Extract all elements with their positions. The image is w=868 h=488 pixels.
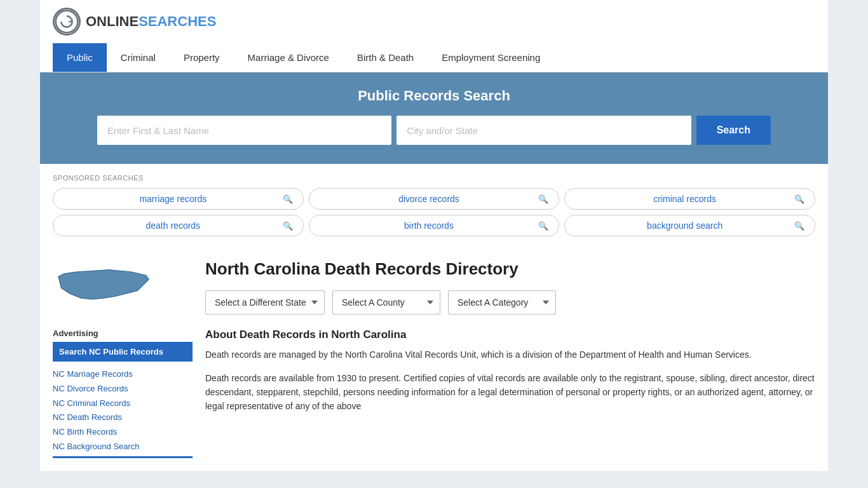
about-title: About Death Records in North Carolina [205, 329, 815, 341]
sidebar-link-marriage[interactable]: NC Marriage Records [53, 368, 193, 381]
header: ONLINESEARCHES [40, 0, 828, 43]
nc-map-svg [53, 259, 154, 316]
nav-item-birth-death[interactable]: Birth & Death [343, 43, 428, 72]
sponsored-link-marriage[interactable]: marriage records [64, 194, 283, 204]
svg-point-0 [56, 11, 78, 33]
search-icon-1: 🔍 [538, 194, 548, 204]
category-dropdown[interactable]: Select A Category [448, 290, 556, 315]
main-content: North Carolina Death Records Directory S… [205, 259, 815, 458]
search-icon-2: 🔍 [794, 194, 804, 204]
location-input[interactable] [397, 116, 691, 145]
state-dropdown[interactable]: Select a Different State [205, 290, 325, 315]
sidebar-link-background[interactable]: NC Background Search [53, 440, 193, 454]
sidebar-link-death[interactable]: NC Death Records [53, 411, 193, 424]
search-bar: Search [97, 116, 771, 145]
about-text-2: Death records are available from 1930 to… [205, 371, 815, 414]
sponsored-item-birth[interactable]: birth records 🔍 [309, 215, 560, 236]
nav-item-property[interactable]: Property [170, 43, 234, 72]
sponsored-label: SPONSORED SEARCHES [53, 174, 815, 182]
dropdowns: Select a Different State Select A County… [205, 290, 815, 315]
main-nav: Public Criminal Property Marriage & Divo… [40, 43, 828, 72]
ad-box-button[interactable]: Search NC Public Records [53, 342, 193, 362]
search-button[interactable]: Search [696, 116, 771, 145]
sponsored-link-criminal[interactable]: criminal records [575, 194, 794, 204]
sidebar-divider [53, 456, 193, 458]
search-icon-0: 🔍 [283, 194, 293, 204]
nav-item-public[interactable]: Public [53, 43, 107, 72]
state-map [53, 259, 193, 318]
sponsored-item-marriage[interactable]: marriage records 🔍 [53, 188, 304, 210]
hero-section: Public Records Search Search [40, 72, 828, 164]
sponsored-section: SPONSORED SEARCHES marriage records 🔍 di… [40, 164, 828, 247]
logo[interactable]: ONLINESEARCHES [53, 8, 216, 36]
logo-text: ONLINESEARCHES [86, 13, 216, 30]
content-area: Advertising Search NC Public Records NC … [40, 247, 828, 471]
sponsored-link-death[interactable]: death records [64, 220, 283, 231]
nav-item-employment[interactable]: Employment Screening [428, 43, 554, 72]
search-icon-4: 🔍 [538, 221, 548, 231]
nav-item-criminal[interactable]: Criminal [107, 43, 170, 72]
sponsored-link-divorce[interactable]: divorce records [320, 194, 539, 204]
sidebar-link-divorce[interactable]: NC Divorce Records [53, 383, 193, 396]
sidebar-link-criminal[interactable]: NC Criminal Records [53, 397, 193, 410]
sponsored-link-background[interactable]: background search [575, 220, 794, 231]
county-dropdown[interactable]: Select A County [332, 290, 440, 315]
sidebar-link-birth[interactable]: NC Birth Records [53, 426, 193, 439]
advertising-label: Advertising [53, 329, 193, 338]
nav-item-marriage-divorce[interactable]: Marriage & Divorce [234, 43, 343, 72]
sponsored-grid: marriage records 🔍 divorce records 🔍 cri… [53, 188, 815, 236]
sponsored-link-birth[interactable]: birth records [320, 220, 539, 231]
hero-title: Public Records Search [53, 88, 815, 104]
sponsored-item-death[interactable]: death records 🔍 [53, 215, 304, 236]
name-input[interactable] [97, 116, 391, 145]
sidebar-links: NC Marriage Records NC Divorce Records N… [53, 368, 193, 454]
logo-icon [53, 8, 81, 36]
page-title: North Carolina Death Records Directory [205, 259, 815, 279]
search-icon-5: 🔍 [794, 221, 804, 231]
sponsored-item-criminal[interactable]: criminal records 🔍 [564, 188, 815, 210]
sponsored-item-background[interactable]: background search 🔍 [564, 215, 815, 236]
search-icon-3: 🔍 [283, 221, 293, 231]
about-text-1: Death records are managed by the North C… [205, 348, 815, 362]
sidebar: Advertising Search NC Public Records NC … [53, 259, 193, 458]
sponsored-item-divorce[interactable]: divorce records 🔍 [309, 188, 560, 210]
